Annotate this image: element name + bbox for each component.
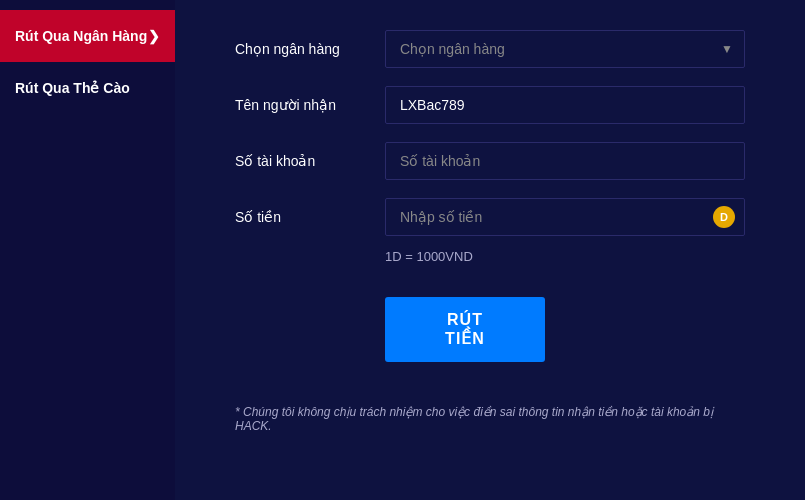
input-wrapper-so-tien: D: [385, 198, 745, 236]
label-ten-nguoi-nhan: Tên người nhận: [235, 97, 365, 113]
field-so-tai-khoan: Số tài khoản: [235, 142, 745, 180]
field-chon-ngan-hang: Chọn ngân hàng Chọn ngân hàng ▼: [235, 30, 745, 68]
sidebar: Rút Qua Ngân Hàng ❯ Rút Qua Thẻ Cào: [0, 0, 175, 500]
input-wrapper-ten-nguoi-nhan: [385, 86, 745, 124]
exchange-rate-label: 1D = 1000VND: [385, 249, 745, 264]
ten-nguoi-nhan-input[interactable]: [385, 86, 745, 124]
label-chon-ngan-hang: Chọn ngân hàng: [235, 41, 365, 57]
withdrawal-form: Chọn ngân hàng Chọn ngân hàng ▼ Tên ngườ…: [235, 30, 745, 433]
ngan-hang-select[interactable]: Chọn ngân hàng: [385, 30, 745, 68]
sidebar-item-rut-qua-ngan-hang[interactable]: Rút Qua Ngân Hàng ❯: [0, 10, 175, 62]
so-tai-khoan-input[interactable]: [385, 142, 745, 180]
sidebar-item-rut-qua-the-cao[interactable]: Rút Qua Thẻ Cào: [0, 62, 175, 114]
disclaimer-text: * Chúng tôi không chịu trách nhiệm cho v…: [235, 405, 745, 433]
sidebar-item-label: Rút Qua Ngân Hàng: [15, 28, 147, 44]
label-so-tien: Số tiền: [235, 209, 365, 225]
submit-button[interactable]: RÚT TIỀN: [385, 297, 545, 362]
chevron-right-icon: ❯: [148, 28, 160, 44]
field-ten-nguoi-nhan: Tên người nhận: [235, 86, 745, 124]
sidebar-item-label: Rút Qua Thẻ Cào: [15, 80, 130, 96]
so-tien-input[interactable]: [385, 198, 745, 236]
main-content: Chọn ngân hàng Chọn ngân hàng ▼ Tên ngườ…: [175, 0, 805, 500]
select-wrapper-ngan-hang: Chọn ngân hàng ▼: [385, 30, 745, 68]
input-wrapper-so-tai-khoan: [385, 142, 745, 180]
coin-icon: D: [713, 206, 735, 228]
label-so-tai-khoan: Số tài khoản: [235, 153, 365, 169]
field-so-tien: Số tiền D: [235, 198, 745, 236]
